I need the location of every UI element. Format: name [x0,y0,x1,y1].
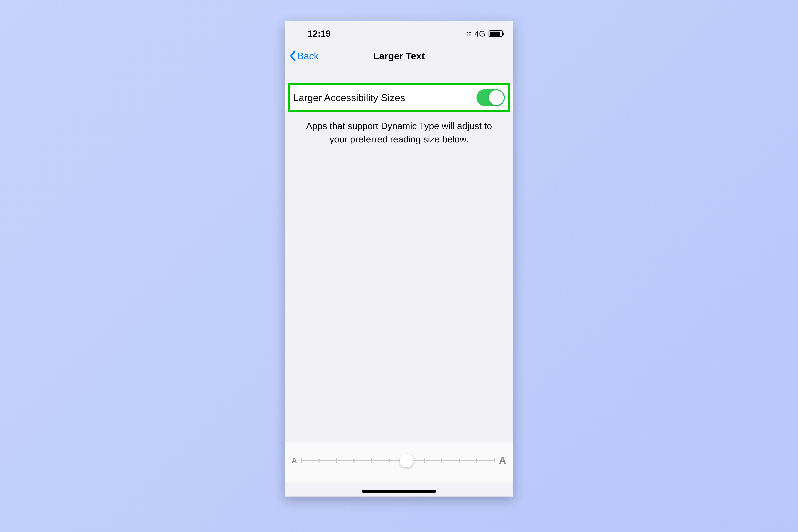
battery-icon [489,30,503,37]
slider-tick [354,458,355,463]
slider-min-glyph: A [292,456,297,464]
home-indicator[interactable] [362,490,436,493]
slider-tick [459,458,460,463]
slider-tick [424,458,425,463]
larger-accessibility-sizes-toggle[interactable] [476,89,505,106]
slider-tick [476,458,477,463]
slider-tick [319,458,320,463]
slider-tick [494,458,495,463]
text-size-slider-panel: A A [285,442,513,482]
slider-tick [371,458,372,463]
larger-accessibility-sizes-label: Larger Accessibility Sizes [293,92,405,103]
group-footer-text: Apps that support Dynamic Type will adju… [285,111,513,146]
slider-max-glyph: A [499,455,506,467]
slider-thumb[interactable] [400,454,414,468]
status-bar: 12:19 4G [285,21,513,46]
chevron-left-icon [290,51,296,61]
slider-tick [441,458,442,463]
larger-accessibility-sizes-cell[interactable]: Larger Accessibility Sizes [285,85,513,111]
slider-tick [301,458,302,463]
status-time: 12:19 [308,28,331,39]
nav-bar: Back Larger Text [285,46,513,65]
toggle-knob [489,90,504,105]
settings-group: Larger Accessibility Sizes Apps that sup… [285,85,513,146]
network-type-label: 4G [475,29,486,38]
page-title: Larger Text [373,50,425,61]
slider-tick [336,458,337,463]
slider-tick [388,458,390,463]
text-size-slider[interactable] [302,460,494,461]
status-right-cluster: 4G [467,29,503,38]
dual-sim-signal-icon [467,32,471,36]
phone-frame: 12:19 4G Back Larger Text Larger Accessi… [285,21,513,496]
back-button[interactable]: Back [290,46,319,65]
back-button-label: Back [298,50,319,61]
